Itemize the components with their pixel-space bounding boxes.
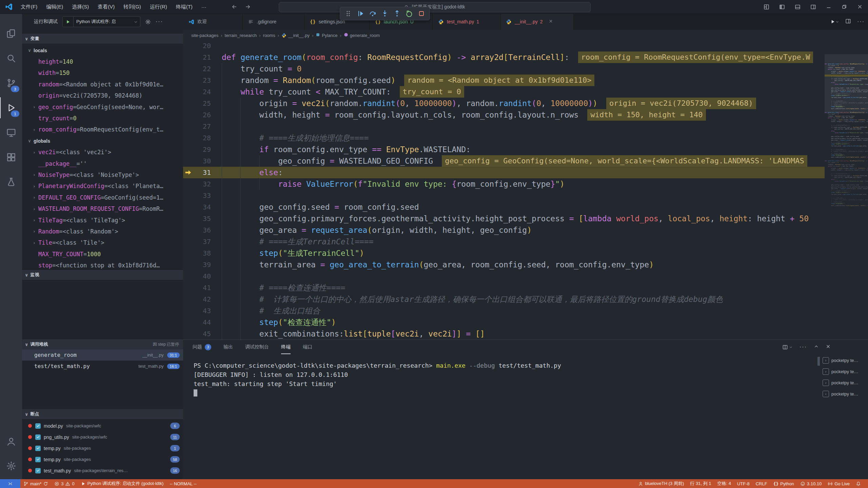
maximize-panel-button[interactable] bbox=[814, 344, 819, 350]
code-line-38[interactable]: 38step("生成TerrainCell") bbox=[183, 247, 825, 259]
status-python-version[interactable]: 3.10.10 bbox=[797, 481, 825, 486]
panel-tab-调试控制台[interactable]: 调试控制台 bbox=[245, 340, 269, 354]
variable-scope-globals[interactable]: ∨globals bbox=[22, 135, 183, 146]
variable-row[interactable]: ›PlanetaryWindConfig = <class 'Planeta… bbox=[22, 181, 183, 192]
call-stack-frame[interactable]: generate_room__init__.py31:1 bbox=[22, 349, 183, 361]
menu-item-7[interactable]: ··· bbox=[197, 0, 211, 14]
menu-item-2[interactable]: 选择(S) bbox=[67, 0, 93, 14]
breadcrumb-item[interactable]: rooms bbox=[263, 33, 275, 38]
chevron-right-icon[interactable]: › bbox=[32, 172, 37, 177]
debug-step-into-button[interactable] bbox=[379, 8, 391, 19]
breadcrumb-item[interactable]: __init__.py bbox=[281, 33, 310, 38]
activity-testing[interactable] bbox=[0, 171, 22, 192]
forward-arrow-icon[interactable] bbox=[245, 4, 251, 10]
status-remote[interactable] bbox=[0, 479, 20, 488]
status-go-live[interactable]: Go Live bbox=[825, 481, 853, 486]
variable-row[interactable]: try_count = 0 bbox=[22, 113, 183, 124]
chevron-right-icon[interactable]: › bbox=[32, 195, 37, 200]
code-line-26[interactable]: 26width, height = room_config.layout.n_c… bbox=[183, 109, 825, 121]
more-actions-button[interactable]: ··· bbox=[857, 19, 865, 25]
chevron-right-icon[interactable]: › bbox=[32, 150, 37, 155]
breakpoint-row[interactable]: png_utils.pysite-packages\wfc11 bbox=[22, 431, 183, 443]
toggle-sidebar-button[interactable] bbox=[775, 0, 789, 14]
variable-row[interactable]: __package__ = '' bbox=[22, 158, 183, 169]
panel-more-button[interactable]: ··· bbox=[800, 344, 807, 350]
split-editor-button[interactable] bbox=[845, 18, 851, 25]
breadcrumb-item[interactable]: site-packages bbox=[191, 33, 218, 38]
code-editor[interactable]: 2021def generate_room(room_config: RoomR… bbox=[183, 41, 868, 340]
code-line-25[interactable]: 25origin = vec2i(random.randint(0, 10000… bbox=[183, 98, 825, 109]
breakpoint-checkbox[interactable] bbox=[35, 434, 41, 440]
status-vim-mode[interactable]: -- NORMAL -- bbox=[166, 481, 200, 486]
command-center-search[interactable]: [扩展开发宿主] godot-ldtk bbox=[279, 2, 591, 12]
restore-button[interactable] bbox=[837, 0, 851, 14]
status-encoding[interactable]: UTF-8 bbox=[734, 481, 753, 486]
tab-__init__.py[interactable]: __init__.py2 bbox=[500, 14, 574, 30]
variable-row[interactable]: ›WASTELAND_ROOM_REQUEST_CONFIG = RoomR… bbox=[22, 203, 183, 215]
breakpoint-checkbox[interactable] bbox=[35, 457, 41, 462]
code-line-24[interactable]: 24while try_count < MAX_TRY_COUNT:try_co… bbox=[183, 86, 825, 98]
call-stack-header[interactable]: ∨调用堆栈因 step 已暂停 bbox=[22, 339, 183, 350]
variable-row[interactable]: ›NoiseType = <class 'NoiseType'> bbox=[22, 169, 183, 180]
status-eol[interactable]: CRLF bbox=[753, 481, 770, 486]
breakpoint-checkbox[interactable] bbox=[35, 446, 41, 451]
variables-header[interactable]: ∨变量 bbox=[22, 33, 183, 44]
variable-row[interactable]: ›room_config = RoomRequestConfig(env_t… bbox=[22, 124, 183, 135]
close-panel-button[interactable] bbox=[826, 344, 831, 350]
variable-row[interactable]: ›TileTag = <class 'TileTag'> bbox=[22, 215, 183, 226]
status-debug-session[interactable]: Python 调试程序: 启动文件 (godot-ldtk) bbox=[78, 481, 167, 487]
variable-row[interactable]: ›DEFAULT_GEO_CONFIG = GeoConfig(seed=1… bbox=[22, 192, 183, 203]
chevron-right-icon[interactable]: › bbox=[32, 184, 37, 189]
toggle-secondary-sidebar-button[interactable] bbox=[806, 0, 820, 14]
status-notifications[interactable] bbox=[853, 481, 864, 486]
status-git-branch[interactable]: main* bbox=[20, 481, 51, 486]
minimize-button[interactable] bbox=[822, 0, 835, 14]
variable-row[interactable]: origin = vec2i(7205730, 9024468) bbox=[22, 90, 183, 101]
activity-search[interactable] bbox=[0, 48, 22, 69]
variable-row[interactable]: height = 140 bbox=[22, 56, 183, 67]
tab-[interactable]: 欢迎 bbox=[183, 14, 243, 30]
breakpoint-row[interactable]: temp.pysite-packages58 bbox=[22, 454, 183, 465]
variable-row[interactable]: ›vec2i = <class 'vec2i'> bbox=[22, 147, 183, 158]
breakpoint-checkbox[interactable] bbox=[35, 423, 41, 429]
breadcrumb-item[interactable]: generate_room bbox=[344, 33, 380, 38]
more-actions-icon[interactable]: ··· bbox=[156, 19, 163, 25]
run-file-button[interactable] bbox=[830, 19, 839, 24]
activity-explorer[interactable] bbox=[0, 23, 22, 44]
menu-item-3[interactable]: 查看(V) bbox=[93, 0, 119, 14]
watch-header[interactable]: ∨监视 bbox=[22, 269, 183, 280]
panel-tab-终端[interactable]: 终端 bbox=[281, 340, 291, 354]
debug-restart-button[interactable] bbox=[403, 8, 415, 19]
chevron-right-icon[interactable]: › bbox=[32, 240, 37, 245]
panel-tab-端口[interactable]: 端口 bbox=[303, 340, 312, 354]
code-line-31[interactable]: 31else: bbox=[183, 167, 825, 178]
code-line-39[interactable]: 39terrain_area = geo_area_to_terrain(geo… bbox=[183, 259, 825, 270]
panel-tab-问题[interactable]: 问题3 bbox=[193, 340, 211, 354]
activity-remote-explorer[interactable] bbox=[0, 122, 22, 143]
status-git-author[interactable]: blueloveTH (3 周前) bbox=[635, 481, 687, 487]
variable-row[interactable]: width = 150 bbox=[22, 67, 183, 79]
activity-extensions[interactable] bbox=[0, 147, 22, 168]
status-indentation[interactable]: 空格: 4 bbox=[714, 481, 734, 487]
chevron-right-icon[interactable]: › bbox=[32, 206, 37, 211]
close-window-button[interactable] bbox=[853, 0, 867, 14]
code-line-41[interactable]: 41# ====检查连通性==== bbox=[183, 282, 825, 293]
variable-row[interactable]: ›Random = <class 'Random'> bbox=[22, 226, 183, 237]
chevron-right-icon[interactable]: › bbox=[32, 218, 37, 223]
code-line-20[interactable]: 20 bbox=[183, 41, 825, 52]
code-line-27[interactable]: 27 bbox=[183, 121, 825, 132]
debug-config-dropdown[interactable]: Python 调试程序: 启 bbox=[62, 16, 140, 27]
tab-.gdignore[interactable]: .gdignore bbox=[243, 14, 304, 30]
code-line-36[interactable]: 36geo_area = request_area(origin, width,… bbox=[183, 224, 825, 236]
debug-stop-button[interactable] bbox=[415, 8, 428, 19]
activity-accounts[interactable] bbox=[0, 431, 22, 452]
start-debug-icon[interactable] bbox=[65, 19, 71, 24]
status-cursor-position[interactable]: 行 31, 列 1 bbox=[687, 481, 714, 487]
activity-run-debug[interactable]: 1 bbox=[0, 97, 22, 118]
code-line-40[interactable]: 40 bbox=[183, 270, 825, 282]
breadcrumb-item[interactable]: Pylance bbox=[316, 33, 337, 38]
code-line-29[interactable]: 29if room_config.env_type == EnvType.WAS… bbox=[183, 144, 825, 155]
terminal-scrollbar[interactable] bbox=[817, 357, 820, 366]
terminal-list-item[interactable]: ›pocketpy te… bbox=[821, 366, 868, 377]
breakpoint-checkbox[interactable] bbox=[35, 468, 41, 473]
